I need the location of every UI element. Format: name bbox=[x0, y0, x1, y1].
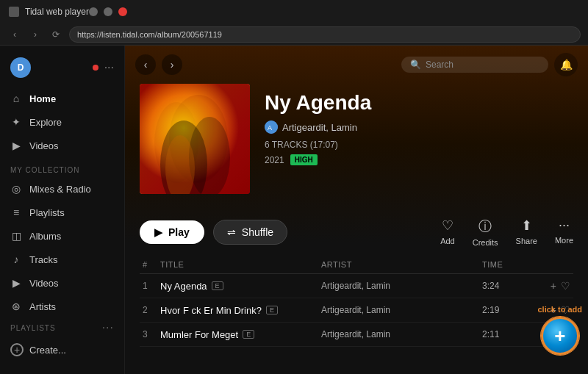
click-to-add-label: click to add bbox=[537, 305, 582, 314]
playlists-section-header: PLAYLISTS ··· bbox=[0, 318, 124, 337]
track-add-button[interactable]: + bbox=[551, 280, 556, 292]
notification-bell-button[interactable]: 🔔 bbox=[554, 53, 578, 76]
track-artist: Artigeardit, Lamin bbox=[321, 281, 482, 291]
home-icon: ⌂ bbox=[10, 93, 22, 104]
tracks-icon: ♪ bbox=[10, 253, 22, 265]
track-number: 3 bbox=[143, 329, 160, 339]
svg-text:A: A bbox=[268, 124, 272, 132]
track-name: Mumler For Meget bbox=[160, 329, 238, 340]
track-list: # TITLE ARTIST TIME 1 Ny Agenda E Artige… bbox=[125, 256, 588, 347]
table-row[interactable]: 2 Hvor F ck Er Min Drink? E Artigeardit,… bbox=[140, 298, 573, 323]
sidebar-item-label: Videos bbox=[29, 278, 59, 289]
table-row[interactable]: 3 Mumler For Meget E Artigeardit, Lamin … bbox=[140, 323, 573, 347]
sidebar-item-mixes[interactable]: ◎ Mixes & Radio bbox=[0, 177, 124, 201]
top-bar: ‹ › 🔍 🔔 bbox=[125, 46, 588, 84]
shuffle-button[interactable]: ⇌ Shuffle bbox=[213, 220, 287, 245]
shuffle-icon: ⇌ bbox=[227, 226, 236, 238]
controls-row: ▶ Play ⇌ Shuffle ♡ Add ⓘ Credits ⬆ Share bbox=[125, 209, 588, 256]
quality-badge: HIGH bbox=[290, 154, 318, 165]
track-title-cell: Ny Agenda E bbox=[160, 281, 321, 292]
table-row[interactable]: 1 Ny Agenda E Artigeardit, Lamin 3:24 + … bbox=[140, 274, 573, 298]
more-icon: ··· bbox=[559, 217, 570, 233]
track-list-header: # TITLE ARTIST TIME bbox=[140, 256, 573, 274]
close-button[interactable] bbox=[118, 7, 127, 16]
add-action[interactable]: ♡ Add bbox=[440, 217, 455, 247]
sidebar-item-videos[interactable]: ▶ Videos bbox=[0, 134, 124, 157]
app-container: D ··· ⌂ Home ✦ Explore ▶ Videos MY COLLE… bbox=[0, 46, 588, 374]
explore-icon: ✦ bbox=[10, 116, 22, 128]
sidebar-item-home[interactable]: ⌂ Home bbox=[0, 87, 124, 110]
address-input[interactable] bbox=[69, 26, 581, 43]
track-title-cell: Mumler For Meget E bbox=[160, 329, 321, 340]
forward-button[interactable]: › bbox=[28, 27, 43, 42]
album-info: Ny Agenda A Artigeardit, Lamin 6 TRACKS … bbox=[265, 84, 573, 194]
track-time: 2:11 bbox=[482, 329, 541, 339]
minimize-button[interactable] bbox=[89, 7, 98, 16]
main-content: ‹ › 🔍 🔔 bbox=[125, 46, 588, 374]
artist-avatar: A bbox=[265, 121, 278, 134]
album-artist-row: A Artigeardit, Lamin bbox=[265, 121, 573, 134]
sidebar: D ··· ⌂ Home ✦ Explore ▶ Videos MY COLLE… bbox=[0, 46, 125, 374]
nav-back-button[interactable]: ‹ bbox=[135, 54, 156, 75]
search-input[interactable] bbox=[426, 60, 536, 70]
sidebar-item-label: Home bbox=[29, 93, 56, 104]
albums-icon: ◫ bbox=[10, 230, 22, 242]
album-tags: 2021 HIGH bbox=[265, 154, 573, 165]
create-playlist-button[interactable]: + Create... bbox=[0, 337, 124, 362]
nav-forward-button[interactable]: › bbox=[162, 54, 182, 75]
explicit-icon: E bbox=[266, 306, 278, 314]
track-number: 2 bbox=[143, 305, 160, 315]
plus-icon: + bbox=[10, 343, 24, 356]
play-button[interactable]: ▶ Play bbox=[140, 220, 204, 244]
search-icon: 🔍 bbox=[410, 60, 421, 70]
track-artist: Artigeardit, Lamin bbox=[321, 329, 482, 339]
album-meta: 6 TRACKS (17:07) bbox=[265, 140, 573, 150]
sidebar-item-explore[interactable]: ✦ Explore bbox=[0, 110, 124, 134]
title-bar-title: Tidal web player bbox=[25, 7, 89, 17]
sidebar-item-videos2[interactable]: ▶ Videos bbox=[0, 271, 124, 295]
track-artist: Artigeardit, Lamin bbox=[321, 305, 482, 315]
refresh-button[interactable]: ⟳ bbox=[49, 27, 63, 42]
credits-action[interactable]: ⓘ Credits bbox=[473, 217, 498, 247]
album-title: Ny Agenda bbox=[265, 91, 573, 115]
back-button[interactable]: ‹ bbox=[7, 27, 22, 42]
app-icon bbox=[9, 7, 19, 17]
share-icon: ⬆ bbox=[521, 217, 532, 234]
user-menu-dots[interactable]: ··· bbox=[104, 61, 114, 74]
album-artist: Artigeardit, Lamin bbox=[282, 122, 357, 133]
artists-icon: ⊛ bbox=[10, 301, 22, 312]
mixes-icon: ◎ bbox=[10, 183, 22, 195]
playlists-icon: ≡ bbox=[10, 206, 22, 218]
maximize-button[interactable] bbox=[104, 7, 112, 16]
sidebar-item-albums[interactable]: ◫ Albums bbox=[0, 224, 124, 248]
sidebar-item-label: Albums bbox=[29, 231, 61, 242]
share-action[interactable]: ⬆ Share bbox=[516, 217, 537, 247]
track-actions: + ♡ bbox=[541, 280, 570, 292]
sidebar-item-label: Videos bbox=[29, 140, 59, 151]
bell-icon: 🔔 bbox=[560, 59, 573, 71]
sidebar-item-tracks[interactable]: ♪ Tracks bbox=[0, 248, 124, 271]
album-section: Ny Agenda A Artigeardit, Lamin 6 TRACKS … bbox=[125, 84, 588, 209]
track-title-cell: Hvor F ck Er Min Drink? E bbox=[160, 305, 321, 316]
track-name: Ny Agenda bbox=[160, 281, 207, 292]
sidebar-item-label: Artists bbox=[29, 301, 56, 312]
action-group: ♡ Add ⓘ Credits ⬆ Share ··· More bbox=[440, 217, 573, 247]
playlists-menu-dots[interactable]: ··· bbox=[102, 321, 114, 334]
avatar: D bbox=[10, 57, 31, 78]
track-number: 1 bbox=[143, 281, 160, 291]
svg-point-2 bbox=[189, 117, 230, 194]
explicit-icon: E bbox=[212, 281, 223, 290]
track-favorite-button[interactable]: ♡ bbox=[561, 280, 570, 292]
window-controls[interactable] bbox=[89, 7, 127, 16]
add-to-collection-button[interactable]: + bbox=[541, 317, 579, 355]
user-row: D ··· bbox=[0, 53, 124, 82]
search-box[interactable]: 🔍 bbox=[401, 57, 548, 73]
more-action[interactable]: ··· More bbox=[555, 217, 573, 247]
sidebar-item-label: Playlists bbox=[29, 207, 65, 218]
sidebar-item-label: Explore bbox=[29, 117, 62, 128]
collection-label: MY COLLECTION bbox=[0, 157, 124, 177]
sidebar-item-label: Tracks bbox=[29, 254, 58, 265]
sidebar-item-artists[interactable]: ⊛ Artists bbox=[0, 295, 124, 318]
title-bar: Tidal web player bbox=[0, 0, 588, 24]
sidebar-item-playlists[interactable]: ≡ Playlists bbox=[0, 201, 124, 224]
